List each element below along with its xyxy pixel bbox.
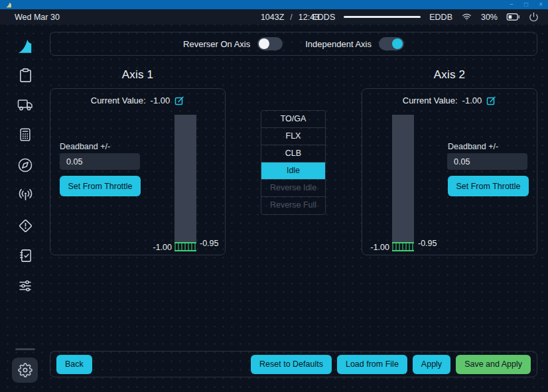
app-logo-icon <box>5 1 13 9</box>
sidebar-item-clipboard[interactable] <box>17 66 34 84</box>
axis2-current-value-label: Current Value: <box>403 96 458 105</box>
axis2-range-bottom-label: -1.00 <box>363 243 389 252</box>
axis1-deadband-label: Deadband +/- <box>60 142 110 151</box>
axis2-panel: Current Value: -1.00 Deadband +/- Set Fr… <box>362 88 537 255</box>
axis1-title: Axis 1 <box>50 68 226 82</box>
wifi-icon <box>461 12 472 22</box>
axis1-range-bottom-label: -1.00 <box>145 243 172 252</box>
axis1-current-value: -1.00 <box>151 96 171 105</box>
time-separator: / <box>290 13 292 22</box>
battery-percent-label: 30% <box>481 13 498 22</box>
axis2-range-top-label: -0.95 <box>418 239 437 248</box>
sidebar-item-radio-antenna[interactable] <box>17 186 34 204</box>
fenix-logo-icon[interactable] <box>17 36 34 56</box>
minimize-button[interactable]: − <box>510 0 514 9</box>
axis1-current-value-label: Current Value: <box>91 96 146 105</box>
detent-list: TO/GA FLX CLB Idle Reverse Idle Reverse … <box>261 110 326 215</box>
destination-airport-label: EDDB <box>429 13 452 22</box>
axis1-slider-track[interactable] <box>174 115 196 242</box>
status-bar: Wed Mar 30 1043Z / 12:43 EDDS EDDB 30% <box>0 9 548 25</box>
edit-icon[interactable] <box>486 96 496 105</box>
sidebar-item-calculator[interactable] <box>17 126 34 143</box>
independent-axis-label: Independent Axis <box>305 39 372 49</box>
axis2-slider-track[interactable] <box>392 115 414 242</box>
date-label: Wed Mar 30 <box>15 13 60 22</box>
sidebar-nav <box>0 25 48 392</box>
battery-icon <box>506 13 520 21</box>
detent-reverse-idle[interactable]: Reverse Idle <box>261 180 325 197</box>
detent-toga[interactable]: TO/GA <box>261 111 325 128</box>
axis2-current-value: -1.00 <box>462 96 482 105</box>
detent-clb[interactable]: CLB <box>261 145 325 163</box>
power-icon[interactable] <box>529 12 539 22</box>
sidebar-item-ground-vehicle[interactable] <box>17 96 34 113</box>
window-titlebar: − □ × <box>0 0 548 9</box>
axis-options-bar: Reverser On Axis Independent Axis <box>50 32 537 56</box>
sidebar-item-checklist[interactable] <box>17 247 34 264</box>
detent-idle[interactable]: Idle <box>261 163 325 180</box>
axis1-idle-detent-marker <box>174 242 196 251</box>
axis2-deadband-label: Deadband +/- <box>448 142 498 151</box>
apply-button[interactable]: Apply <box>413 355 450 374</box>
sidebar-divider <box>15 348 35 350</box>
axis2-deadband-input[interactable] <box>447 153 527 170</box>
reverser-on-axis-label: Reverser On Axis <box>183 39 250 49</box>
utc-time-label: 1043Z <box>261 13 284 22</box>
sidebar-item-sliders[interactable] <box>17 277 34 294</box>
edit-icon[interactable] <box>174 96 184 105</box>
axis2-title: Axis 2 <box>362 68 537 82</box>
clock-group: 1043Z / 12:43 <box>261 13 319 22</box>
footer-action-bar: Back Reset to Defaults Load from File Ap… <box>50 351 537 377</box>
sidebar-item-compass[interactable] <box>17 157 34 174</box>
reverser-on-axis-toggle[interactable] <box>257 37 283 50</box>
load-from-file-button[interactable]: Load from File <box>337 355 407 374</box>
maximize-button[interactable]: □ <box>524 0 528 9</box>
axis1-deadband-input[interactable] <box>60 153 140 170</box>
local-time-label: 12:43 <box>299 13 319 22</box>
close-button[interactable]: × <box>539 0 543 9</box>
toggle-knob <box>392 38 403 49</box>
detent-reverse-full[interactable]: Reverse Full <box>261 197 325 214</box>
axis1-panel: Current Value: -1.00 Deadband +/- Set Fr… <box>50 88 226 255</box>
back-button[interactable]: Back <box>56 355 92 374</box>
efb-app-window: − □ × Wed Mar 30 1043Z / 12:43 EDDS EDDB… <box>0 0 548 392</box>
axis1-range-top-label: -0.95 <box>200 239 219 248</box>
axis2-idle-detent-marker <box>392 242 414 251</box>
sidebar-item-settings[interactable] <box>12 358 38 383</box>
axis1-set-from-throttle-button[interactable]: Set From Throttle <box>60 176 141 196</box>
save-and-apply-button[interactable]: Save and Apply <box>456 355 531 374</box>
reset-to-defaults-button[interactable]: Reset to Defaults <box>251 355 332 374</box>
detent-flx[interactable]: FLX <box>261 128 325 145</box>
sidebar-item-failures-warning[interactable] <box>17 217 34 234</box>
toggle-knob <box>259 38 269 49</box>
gear-icon <box>18 363 33 377</box>
route-progress-line <box>344 16 421 18</box>
independent-axis-toggle[interactable] <box>379 37 404 50</box>
axis2-set-from-throttle-button[interactable]: Set From Throttle <box>448 176 529 196</box>
